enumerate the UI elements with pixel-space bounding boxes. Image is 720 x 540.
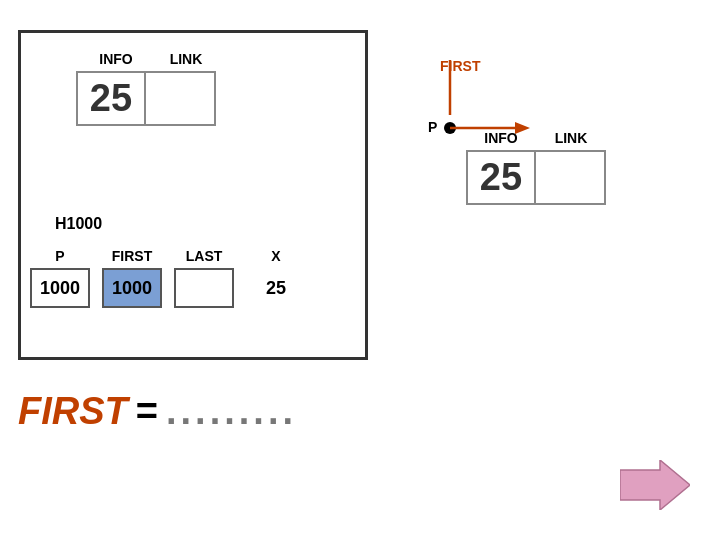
- link-cell: [146, 71, 216, 126]
- right-link-cell: [536, 150, 606, 205]
- table-data-row: 1000 1000 25: [30, 268, 306, 308]
- right-info-label: INFO: [466, 130, 536, 146]
- right-node-cells: 25: [466, 150, 606, 205]
- cell-last: [174, 268, 234, 308]
- bottom-first: FIRST: [18, 390, 128, 433]
- cell-first: 1000: [102, 268, 162, 308]
- bottom-dots: .........: [166, 390, 297, 433]
- header-x: X: [246, 248, 306, 264]
- node-cell-row: 25: [76, 71, 365, 126]
- main-diagram-box: INFO LINK 25: [18, 30, 368, 360]
- right-info-cell: 25: [466, 150, 536, 205]
- cell-p: 1000: [30, 268, 90, 308]
- info-cell: 25: [76, 71, 146, 126]
- right-node-labels: INFO LINK: [466, 130, 606, 146]
- svg-text:P: P: [428, 119, 437, 135]
- node-label-row: INFO LINK: [81, 51, 365, 67]
- h1000-label: H1000: [55, 215, 102, 233]
- bottom-text: FIRST = .........: [18, 390, 297, 433]
- svg-marker-5: [620, 460, 690, 510]
- table-header-row: P FIRST LAST X: [30, 248, 306, 264]
- table-section: P FIRST LAST X 1000 1000 25: [30, 248, 306, 308]
- header-last: LAST: [174, 248, 234, 264]
- right-link-label: LINK: [536, 130, 606, 146]
- info-label: INFO: [81, 51, 151, 67]
- link-label: LINK: [151, 51, 221, 67]
- cell-x: 25: [246, 268, 306, 308]
- header-first: FIRST: [102, 248, 162, 264]
- header-p: P: [30, 248, 90, 264]
- bottom-equals: =: [136, 390, 158, 433]
- right-arrow-button[interactable]: [620, 460, 690, 510]
